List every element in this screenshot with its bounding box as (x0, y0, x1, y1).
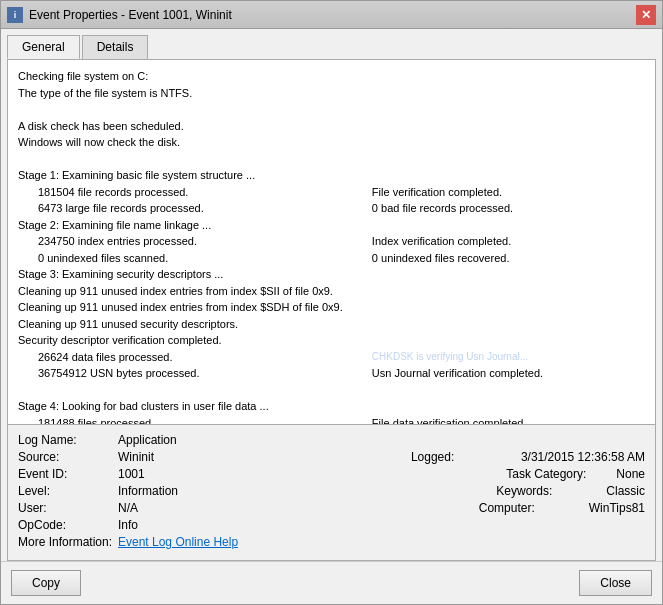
line-19: 36754912 USN bytes processed. Usn Journa… (18, 365, 645, 382)
line-11: 234750 index entries processed. Index ve… (18, 233, 645, 250)
line-15: Cleaning up 911 unused index entries fro… (18, 299, 645, 316)
copy-button[interactable]: Copy (11, 570, 81, 596)
label-logname: Log Name: (18, 433, 118, 447)
info-row-logname: Log Name: Application (18, 433, 645, 447)
window-icon: i (7, 7, 23, 23)
label-moreinfo: More Information: (18, 535, 118, 549)
close-button[interactable]: Close (579, 570, 652, 596)
tab-details[interactable]: Details (82, 35, 149, 59)
info-row-eventid: Event ID: 1001 Task Category: None (18, 467, 645, 481)
tab-general[interactable]: General (7, 35, 80, 59)
title-bar: i Event Properties - Event 1001, Wininit… (1, 1, 662, 29)
value-taskcategory: None (616, 467, 645, 481)
line-22: 181488 files processed. File data verifi… (18, 415, 645, 425)
value-logname: Application (118, 433, 645, 447)
label-level: Level: (18, 484, 118, 498)
line-10: Stage 2: Examining file name linkage ... (18, 217, 645, 234)
line-4: A disk check has been scheduled. (18, 118, 645, 135)
window-title: Event Properties - Event 1001, Wininit (29, 8, 636, 22)
event-text-area[interactable]: Checking file system on C: The type of t… (8, 60, 655, 424)
label-taskcategory: Task Category: (506, 467, 616, 481)
value-opcode: Info (118, 518, 645, 532)
info-right-eventid: 1001 Task Category: None (118, 467, 645, 481)
line-18: 26624 data files processed. CHKDSK is ve… (18, 349, 645, 366)
info-right-user: N/A Computer: WinTips81 (118, 501, 645, 515)
bottom-bar: Copy Close (1, 561, 662, 604)
window-close-button[interactable]: ✕ (636, 5, 656, 25)
line-14: Cleaning up 911 unused index entries fro… (18, 283, 645, 300)
label-opcode: OpCode: (18, 518, 118, 532)
info-right-level: Information Keywords: Classic (118, 484, 645, 498)
info-row-source: Source: Wininit Logged: 3/31/2015 12:36:… (18, 450, 645, 464)
label-user: User: (18, 501, 118, 515)
value-eventid: 1001 (118, 467, 506, 481)
label-source: Source: (18, 450, 118, 464)
label-computer: Computer: (479, 501, 589, 515)
info-row-level: Level: Information Keywords: Classic (18, 484, 645, 498)
info-right-source: Wininit Logged: 3/31/2015 12:36:58 AM (118, 450, 645, 464)
value-computer: WinTips81 (589, 501, 645, 515)
value-level: Information (118, 484, 496, 498)
info-section: Log Name: Application Source: Wininit Lo… (8, 425, 655, 560)
line-13: Stage 3: Examining security descriptors … (18, 266, 645, 283)
line-3 (18, 101, 645, 118)
line-9: 6473 large file records processed. 0 bad… (18, 200, 645, 217)
value-source: Wininit (118, 450, 411, 464)
line-20 (18, 382, 645, 399)
line-21: Stage 4: Looking for bad clusters in use… (18, 398, 645, 415)
line-5: Windows will now check the disk. (18, 134, 645, 151)
value-user: N/A (118, 501, 479, 515)
event-log-online-help-link[interactable]: Event Log Online Help (118, 535, 238, 549)
event-properties-window: i Event Properties - Event 1001, Wininit… (0, 0, 663, 605)
line-6 (18, 151, 645, 168)
line-8: 181504 file records processed. File veri… (18, 184, 645, 201)
info-row-opcode: OpCode: Info (18, 518, 645, 532)
line-1: Checking file system on C: (18, 68, 645, 85)
label-keywords: Keywords: (496, 484, 606, 498)
info-row-user: User: N/A Computer: WinTips81 (18, 501, 645, 515)
label-eventid: Event ID: (18, 467, 118, 481)
info-row-more: More Information: Event Log Online Help (18, 535, 645, 549)
line-12: 0 unindexed files scanned. 0 unindexed f… (18, 250, 645, 267)
content-area: Checking file system on C: The type of t… (7, 59, 656, 561)
line-16: Cleaning up 911 unused security descript… (18, 316, 645, 333)
label-logged: Logged: (411, 450, 521, 464)
line-7: Stage 1: Examining basic file system str… (18, 167, 645, 184)
tab-bar: General Details (1, 29, 662, 59)
value-keywords: Classic (606, 484, 645, 498)
line-17: Security descriptor verification complet… (18, 332, 645, 349)
value-logged: 3/31/2015 12:36:58 AM (521, 450, 645, 464)
line-2: The type of the file system is NTFS. (18, 85, 645, 102)
